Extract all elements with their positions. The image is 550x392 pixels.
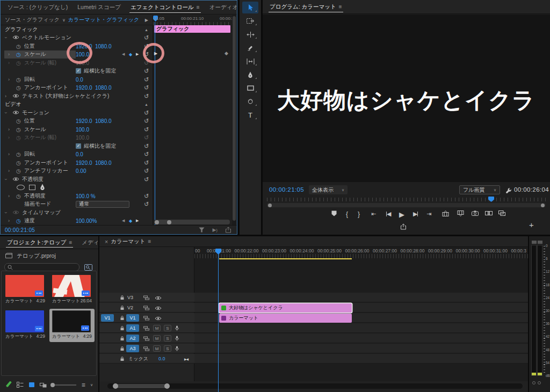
add-keyframe-icon[interactable]: ◆ [129, 52, 132, 57]
reset-icon[interactable]: ↺ [144, 159, 149, 166]
timeline-clip[interactable]: カラーマット [219, 314, 352, 323]
razor-tool[interactable] [242, 42, 258, 54]
zoom-handle-right[interactable] [167, 220, 171, 224]
track-lane[interactable] [194, 354, 528, 364]
project-item[interactable]: カラーマット4:29 [3, 309, 48, 342]
property-value[interactable]: 100.0 [76, 126, 89, 132]
sync-lock-icon[interactable] [143, 344, 149, 353]
track-select-forward-tool[interactable] [242, 15, 258, 27]
reset-icon[interactable]: ↺ [144, 92, 149, 99]
clip-thumbnail[interactable] [52, 310, 91, 332]
property-value[interactable]: 1080.0 [95, 43, 112, 49]
sync-lock-icon[interactable] [143, 303, 149, 313]
export-frame-button[interactable] [472, 210, 479, 216]
track-name[interactable]: V1 [126, 314, 139, 322]
button-editor-plus[interactable]: + [529, 220, 534, 229]
mute-button[interactable]: M [153, 325, 161, 331]
chevron-down-icon[interactable]: ∨ [90, 383, 93, 387]
stopwatch-icon[interactable]: ◷ [16, 60, 21, 66]
track-name[interactable]: V2 [127, 305, 133, 310]
property-value[interactable]: 1920.0 [76, 85, 92, 91]
mark-out-button[interactable]: } [358, 210, 360, 218]
timeline-view-toggle-icon[interactable]: ▶ [145, 18, 153, 23]
tab-project-1[interactable]: メディア: [77, 236, 98, 249]
twirl-icon[interactable]: › [8, 52, 10, 57]
property-value[interactable]: 1920.0 [76, 159, 92, 165]
timeline-playhead-line[interactable] [218, 254, 219, 392]
playback-quality-select[interactable]: フル画質∨ [459, 185, 500, 194]
stopwatch-icon[interactable]: ◷ [16, 126, 21, 132]
next-keyframe-icon[interactable]: ▶ [136, 219, 139, 223]
property-value[interactable]: 1080.0 [95, 118, 112, 124]
comparison-view-button[interactable] [485, 210, 493, 216]
property-value[interactable]: 0.00 [76, 168, 86, 174]
track-name[interactable]: A3 [126, 345, 139, 352]
lock-icon[interactable] [120, 333, 125, 343]
reset-icon[interactable]: ↺ [144, 84, 149, 91]
solo-button[interactable]: S [164, 325, 171, 331]
track-lane[interactable] [194, 323, 528, 333]
clip-thumbnail[interactable] [5, 275, 44, 297]
reset-icon[interactable]: ↺ [144, 68, 149, 75]
icon-view-icon[interactable] [28, 380, 35, 390]
eye-icon[interactable] [155, 313, 162, 323]
reset-icon[interactable]: ↺ [144, 118, 149, 125]
reset-icon[interactable]: ↺ [144, 192, 149, 199]
sync-lock-icon[interactable] [143, 323, 149, 333]
collapse-arrow-icon[interactable]: ▲ [144, 103, 148, 106]
lock-icon[interactable] [120, 323, 125, 333]
property-value[interactable]: 100.0 [76, 60, 89, 66]
stopwatch-icon[interactable]: ◷ [16, 52, 21, 57]
timeline-ruler-ticks[interactable] [194, 254, 528, 258]
tab-program[interactable]: プログラム: カラーマット ≡ [265, 0, 347, 13]
zoom-level-select[interactable]: 全体表示∨ [309, 185, 348, 194]
panel-menu-icon[interactable]: ≡ [339, 4, 342, 10]
eye-icon[interactable] [155, 293, 162, 302]
selection-tool[interactable] [242, 2, 258, 13]
property-value[interactable]: 1080.0 [95, 159, 112, 165]
tab-ec-0[interactable]: ソース : (クリップなし) [3, 1, 73, 14]
lock-icon[interactable] [120, 293, 125, 302]
stopwatch-icon[interactable]: ◷ [16, 168, 21, 174]
checkbox[interactable]: ✓ [76, 143, 81, 149]
lock-icon[interactable] [120, 354, 125, 364]
effect-controls-vscrollbar[interactable] [232, 15, 236, 225]
eye-icon[interactable] [12, 176, 19, 182]
program-scrub-ruler[interactable] [267, 198, 546, 201]
program-scrollbar[interactable] [267, 203, 546, 207]
lift-button[interactable] [442, 210, 449, 216]
writable-pen-icon[interactable] [5, 380, 12, 390]
pen-tool[interactable] [242, 69, 258, 81]
hand-tool[interactable] [242, 96, 258, 107]
mix-value[interactable]: 0.0 [158, 356, 165, 361]
clip-indicator-right[interactable] [538, 381, 541, 384]
stopwatch-icon[interactable]: ◷ [16, 159, 21, 165]
timeline-hscrollbar[interactable] [107, 383, 523, 389]
project-item[interactable]: カラーマット4:29 [49, 309, 95, 342]
property-value[interactable]: 100.00% [76, 218, 97, 224]
mic-icon[interactable] [175, 323, 179, 333]
panel-menu-icon[interactable]: ≡ [197, 4, 200, 10]
add-marker-button[interactable] [331, 210, 337, 216]
tab-sequence[interactable]: × カラーマット ≡ [102, 236, 156, 246]
track-lane[interactable] [194, 293, 528, 302]
track-name[interactable]: A1 [126, 324, 139, 332]
go-to-out-button[interactable]: ⇥ [426, 210, 431, 217]
twirl-icon[interactable]: › [8, 127, 10, 132]
solo-button[interactable]: S [164, 345, 171, 352]
play-around-icon[interactable]: ▶) [212, 227, 218, 233]
property-value[interactable]: 1920.0 [76, 43, 92, 49]
timeline-scroll-thumb[interactable] [114, 384, 168, 388]
sync-lock-icon[interactable] [143, 313, 149, 323]
reset-icon[interactable]: ↺ [144, 42, 149, 49]
reset-icon[interactable]: ↺ [144, 34, 149, 41]
sort-icon[interactable]: ≡ [82, 381, 85, 389]
property-value[interactable]: 100.0 % [76, 193, 96, 199]
twirl-icon[interactable]: › [8, 193, 10, 199]
reset-icon[interactable]: ↺ [144, 151, 149, 158]
stopwatch-icon[interactable]: ◷ [16, 76, 21, 82]
reset-icon[interactable]: ↺ [144, 51, 149, 58]
lock-icon[interactable] [120, 344, 125, 353]
stopwatch-icon[interactable]: ◷ [16, 43, 21, 49]
twirl-icon[interactable]: › [8, 77, 10, 82]
